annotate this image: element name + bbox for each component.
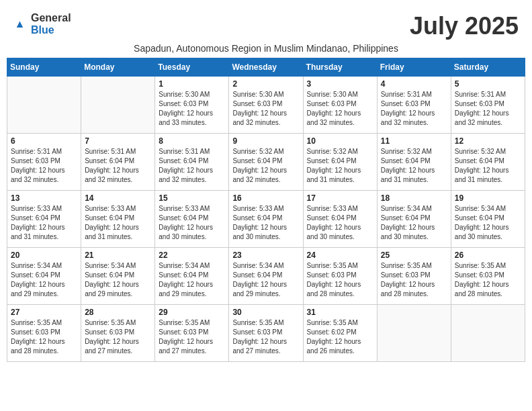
calendar-week-row: 6Sunrise: 5:31 AM Sunset: 6:03 PM Daylig… <box>7 134 525 191</box>
day-number: 2 <box>232 79 299 89</box>
calendar-cell: 21Sunrise: 5:34 AM Sunset: 6:04 PM Dayli… <box>81 248 155 305</box>
calendar-cell: 8Sunrise: 5:31 AM Sunset: 6:04 PM Daylig… <box>155 134 229 191</box>
calendar-cell: 3Sunrise: 5:30 AM Sunset: 6:03 PM Daylig… <box>303 77 377 134</box>
svg-text:▲: ▲ <box>14 17 25 30</box>
logo-blue-text: Blue <box>31 24 54 36</box>
calendar-week-row: 20Sunrise: 5:34 AM Sunset: 6:04 PM Dayli… <box>7 248 525 305</box>
calendar-cell: 7Sunrise: 5:31 AM Sunset: 6:04 PM Daylig… <box>81 134 155 191</box>
day-number: 16 <box>232 193 299 203</box>
day-number: 26 <box>455 250 521 260</box>
day-number: 22 <box>159 250 225 260</box>
day-number: 21 <box>85 250 151 260</box>
day-info: Sunrise: 5:35 AM Sunset: 6:03 PM Dayligh… <box>159 318 225 356</box>
calendar-cell: 6Sunrise: 5:31 AM Sunset: 6:03 PM Daylig… <box>7 134 81 191</box>
day-info: Sunrise: 5:34 AM Sunset: 6:04 PM Dayligh… <box>11 261 77 299</box>
day-info: Sunrise: 5:34 AM Sunset: 6:04 PM Dayligh… <box>159 261 225 299</box>
calendar-cell: 23Sunrise: 5:34 AM Sunset: 6:04 PM Dayli… <box>229 248 303 305</box>
weekday-header-monday: Monday <box>81 58 155 77</box>
calendar-cell: 27Sunrise: 5:35 AM Sunset: 6:03 PM Dayli… <box>7 305 81 362</box>
calendar-cell: 19Sunrise: 5:34 AM Sunset: 6:04 PM Dayli… <box>451 191 525 248</box>
day-number: 6 <box>11 136 77 146</box>
day-info: Sunrise: 5:31 AM Sunset: 6:04 PM Dayligh… <box>85 147 151 185</box>
day-number: 31 <box>307 308 373 317</box>
calendar-cell <box>81 77 155 134</box>
day-number: 15 <box>159 193 225 203</box>
day-info: Sunrise: 5:32 AM Sunset: 6:04 PM Dayligh… <box>381 147 447 185</box>
day-number: 9 <box>232 136 299 146</box>
day-info: Sunrise: 5:33 AM Sunset: 6:04 PM Dayligh… <box>307 204 373 242</box>
day-info: Sunrise: 5:34 AM Sunset: 6:04 PM Dayligh… <box>455 204 521 242</box>
weekday-header-tuesday: Tuesday <box>155 58 229 77</box>
day-info: Sunrise: 5:32 AM Sunset: 6:04 PM Dayligh… <box>307 147 373 185</box>
day-info: Sunrise: 5:35 AM Sunset: 6:02 PM Dayligh… <box>307 318 373 356</box>
calendar-cell: 30Sunrise: 5:35 AM Sunset: 6:03 PM Dayli… <box>229 305 303 362</box>
day-info: Sunrise: 5:35 AM Sunset: 6:03 PM Dayligh… <box>85 318 151 356</box>
day-info: Sunrise: 5:31 AM Sunset: 6:04 PM Dayligh… <box>159 147 225 185</box>
day-number: 11 <box>381 136 447 146</box>
day-number: 19 <box>455 193 521 203</box>
calendar-cell: 31Sunrise: 5:35 AM Sunset: 6:02 PM Dayli… <box>303 305 377 362</box>
day-info: Sunrise: 5:34 AM Sunset: 6:04 PM Dayligh… <box>232 261 299 299</box>
calendar-cell: 1Sunrise: 5:30 AM Sunset: 6:03 PM Daylig… <box>155 77 229 134</box>
day-info: Sunrise: 5:35 AM Sunset: 6:03 PM Dayligh… <box>455 261 521 299</box>
logo: ▲ General Blue <box>13 12 71 36</box>
calendar-cell: 5Sunrise: 5:31 AM Sunset: 6:03 PM Daylig… <box>451 77 525 134</box>
day-info: Sunrise: 5:33 AM Sunset: 6:04 PM Dayligh… <box>85 204 151 242</box>
day-number: 27 <box>11 308 77 317</box>
calendar-cell: 22Sunrise: 5:34 AM Sunset: 6:04 PM Dayli… <box>155 248 229 305</box>
weekday-header-sunday: Sunday <box>7 58 81 77</box>
day-info: Sunrise: 5:33 AM Sunset: 6:04 PM Dayligh… <box>11 204 77 242</box>
day-number: 14 <box>85 193 151 203</box>
day-info: Sunrise: 5:35 AM Sunset: 6:03 PM Dayligh… <box>232 318 299 356</box>
month-title: July 2025 <box>410 12 519 40</box>
calendar-cell <box>7 77 81 134</box>
day-number: 28 <box>85 308 151 317</box>
page-header: ▲ General Blue July 2025 <box>7 7 525 42</box>
day-info: Sunrise: 5:34 AM Sunset: 6:04 PM Dayligh… <box>381 204 447 242</box>
day-number: 17 <box>307 193 373 203</box>
day-info: Sunrise: 5:30 AM Sunset: 6:03 PM Dayligh… <box>232 90 299 128</box>
day-info: Sunrise: 5:30 AM Sunset: 6:03 PM Dayligh… <box>307 90 373 128</box>
day-info: Sunrise: 5:34 AM Sunset: 6:04 PM Dayligh… <box>85 261 151 299</box>
day-info: Sunrise: 5:32 AM Sunset: 6:04 PM Dayligh… <box>232 147 299 185</box>
day-info: Sunrise: 5:32 AM Sunset: 6:04 PM Dayligh… <box>455 147 521 185</box>
calendar-cell: 28Sunrise: 5:35 AM Sunset: 6:03 PM Dayli… <box>81 305 155 362</box>
calendar-cell: 15Sunrise: 5:33 AM Sunset: 6:04 PM Dayli… <box>155 191 229 248</box>
day-number: 7 <box>85 136 151 146</box>
day-number: 13 <box>11 193 77 203</box>
weekday-header-wednesday: Wednesday <box>229 58 303 77</box>
calendar-week-row: 1Sunrise: 5:30 AM Sunset: 6:03 PM Daylig… <box>7 77 525 134</box>
calendar-cell: 17Sunrise: 5:33 AM Sunset: 6:04 PM Dayli… <box>303 191 377 248</box>
calendar-cell: 26Sunrise: 5:35 AM Sunset: 6:03 PM Dayli… <box>451 248 525 305</box>
weekday-header-saturday: Saturday <box>451 58 525 77</box>
day-number: 10 <box>307 136 373 146</box>
logo-icon: ▲ <box>13 17 28 32</box>
calendar-cell: 4Sunrise: 5:31 AM Sunset: 6:03 PM Daylig… <box>377 77 451 134</box>
day-number: 20 <box>11 250 77 260</box>
calendar-cell: 13Sunrise: 5:33 AM Sunset: 6:04 PM Dayli… <box>7 191 81 248</box>
calendar-cell <box>451 305 525 362</box>
calendar-cell: 24Sunrise: 5:35 AM Sunset: 6:03 PM Dayli… <box>303 248 377 305</box>
day-info: Sunrise: 5:35 AM Sunset: 6:03 PM Dayligh… <box>381 261 447 299</box>
day-info: Sunrise: 5:35 AM Sunset: 6:03 PM Dayligh… <box>11 318 77 356</box>
day-number: 3 <box>307 79 373 89</box>
calendar-cell: 25Sunrise: 5:35 AM Sunset: 6:03 PM Dayli… <box>377 248 451 305</box>
day-info: Sunrise: 5:35 AM Sunset: 6:03 PM Dayligh… <box>307 261 373 299</box>
calendar-header-row: SundayMondayTuesdayWednesdayThursdayFrid… <box>7 58 525 77</box>
day-number: 29 <box>159 308 225 317</box>
calendar-cell: 12Sunrise: 5:32 AM Sunset: 6:04 PM Dayli… <box>451 134 525 191</box>
logo-general-text: General <box>31 12 71 24</box>
weekday-header-thursday: Thursday <box>303 58 377 77</box>
calendar-cell: 29Sunrise: 5:35 AM Sunset: 6:03 PM Dayli… <box>155 305 229 362</box>
calendar-table: SundayMondayTuesdayWednesdayThursdayFrid… <box>7 58 525 362</box>
day-number: 4 <box>381 79 447 89</box>
day-number: 25 <box>381 250 447 260</box>
day-info: Sunrise: 5:30 AM Sunset: 6:03 PM Dayligh… <box>159 90 225 128</box>
day-number: 23 <box>232 250 299 260</box>
day-info: Sunrise: 5:33 AM Sunset: 6:04 PM Dayligh… <box>159 204 225 242</box>
day-info: Sunrise: 5:31 AM Sunset: 6:03 PM Dayligh… <box>455 90 521 128</box>
day-number: 18 <box>381 193 447 203</box>
calendar-subtitle: Sapadun, Autonomous Region in Muslim Min… <box>7 43 525 54</box>
calendar-cell: 16Sunrise: 5:33 AM Sunset: 6:04 PM Dayli… <box>229 191 303 248</box>
calendar-cell: 14Sunrise: 5:33 AM Sunset: 6:04 PM Dayli… <box>81 191 155 248</box>
